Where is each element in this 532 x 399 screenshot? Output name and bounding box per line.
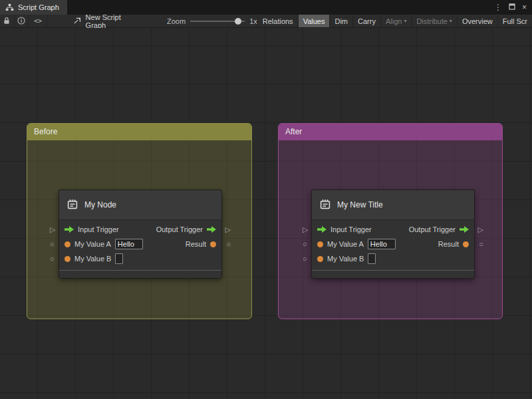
input-trigger-icon[interactable] [65, 226, 74, 233]
toolbar-buttons: Relations Values Dim Carry Align ▾ Distr… [257, 15, 532, 27]
graph-canvas[interactable]: Before My Node ▷ ▷ [0, 28, 532, 399]
align-label: Align [386, 17, 402, 25]
input-trigger-label: Input Trigger [78, 225, 119, 233]
graph-breadcrumb[interactable]: New Script Graph [65, 15, 139, 27]
output-trigger-icon[interactable] [207, 226, 216, 233]
code-icon: <> [34, 17, 42, 25]
value-b-label: My Value B [74, 255, 111, 263]
toolbar: <> New Script Graph Zoom 1x Relations Va… [0, 15, 532, 28]
fullscreen-label: Full Scr [503, 17, 527, 25]
tab-label: Script Graph [18, 3, 59, 11]
value-a-label: My Value A [74, 240, 111, 248]
group-header[interactable]: Before [27, 124, 251, 140]
lock-icon [3, 17, 11, 26]
relations-button[interactable]: Relations [257, 15, 298, 27]
zoom-label: Zoom [167, 17, 186, 25]
values-label: Values [303, 17, 325, 25]
zoom-control: Zoom 1x [167, 15, 257, 27]
values-button[interactable]: Values [298, 15, 330, 27]
port-row-value-b: ○ My Value B [65, 251, 216, 266]
port-row-value-b: ○ My Value B [317, 251, 469, 266]
input-trigger-icon[interactable] [317, 226, 327, 233]
port-row-value-a: ○ ○ My Value A Result [317, 237, 469, 251]
external-value-port-left[interactable]: ○ [303, 241, 307, 248]
value-port-icon[interactable] [317, 241, 323, 247]
node-footer [59, 270, 221, 278]
carry-label: Carry [358, 17, 376, 25]
result-port-icon[interactable] [210, 241, 216, 247]
value-port-icon[interactable] [317, 256, 323, 262]
node-ports: ▷ ▷ Input Trigger Output Trigger [312, 220, 474, 270]
distribute-button[interactable]: Distribute ▾ [411, 15, 456, 27]
tab-bar: Script Graph ⋮ × [0, 0, 532, 15]
output-trigger-label: Output Trigger [156, 225, 203, 233]
external-value-port-right[interactable]: ○ [226, 241, 231, 248]
unit-icon [66, 198, 78, 212]
value-b-input[interactable] [115, 253, 123, 264]
output-trigger-icon[interactable] [460, 226, 469, 233]
node-header[interactable]: My Node [59, 190, 221, 220]
align-button[interactable]: Align ▾ [380, 15, 411, 27]
group-after[interactable]: After My New Title ▷ ▷ [278, 123, 503, 319]
result-label: Result [186, 240, 206, 248]
chevron-down-icon: ▾ [450, 18, 452, 24]
external-trigger-port-right[interactable]: ▷ [225, 226, 231, 233]
node-my-new-title[interactable]: My New Title ▷ ▷ Input Trigger Output Tr… [311, 190, 475, 279]
value-a-input[interactable] [115, 239, 143, 249]
value-port-icon[interactable] [65, 241, 70, 247]
group-title: After [285, 127, 302, 136]
menu-kebab-icon[interactable]: ⋮ [494, 3, 502, 11]
input-trigger-label: Input Trigger [331, 225, 372, 233]
inspector-button[interactable] [15, 15, 29, 27]
node-my-node[interactable]: My Node ▷ ▷ Input Trigger Output Trigger [59, 190, 222, 279]
result-port-icon[interactable] [463, 241, 469, 247]
result-label: Result [438, 240, 459, 248]
external-value-port-left[interactable]: ○ [303, 255, 307, 263]
script-graph-icon [5, 3, 14, 11]
external-value-port-left[interactable]: ○ [50, 241, 55, 248]
node-ports: ▷ ▷ Input Trigger Output Trigger [59, 220, 221, 270]
fullscreen-button[interactable]: Full Scr [497, 15, 532, 27]
zoom-slider[interactable] [190, 15, 245, 28]
external-trigger-port-left[interactable]: ▷ [50, 226, 55, 233]
external-value-port-left[interactable]: ○ [50, 255, 55, 263]
value-b-label: My Value B [327, 255, 364, 263]
group-title: Before [34, 127, 57, 136]
close-icon[interactable]: × [522, 3, 527, 11]
node-title: My Node [84, 200, 116, 209]
zoom-slider-handle[interactable] [235, 18, 241, 25]
external-trigger-port-left[interactable]: ▷ [303, 226, 308, 233]
port-row-value-a: ○ ○ My Value A Result [65, 237, 216, 251]
carry-button[interactable]: Carry [352, 15, 380, 27]
value-a-label: My Value A [327, 240, 364, 248]
output-trigger-label: Output Trigger [409, 225, 456, 233]
chevron-down-icon: ▾ [404, 18, 406, 24]
maximize-icon[interactable] [509, 3, 515, 11]
group-before[interactable]: Before My Node ▷ ▷ [27, 123, 252, 319]
value-b-input[interactable] [368, 253, 376, 264]
node-footer [312, 270, 474, 278]
code-view-button[interactable]: <> [29, 15, 47, 27]
info-icon [17, 17, 25, 26]
external-trigger-port-right[interactable]: ▷ [478, 226, 483, 233]
overview-button[interactable]: Overview [457, 15, 497, 27]
external-value-port-right[interactable]: ○ [479, 241, 483, 248]
dim-button[interactable]: Dim [329, 15, 352, 27]
dim-label: Dim [334, 17, 348, 25]
lock-button[interactable] [0, 15, 15, 27]
value-a-input[interactable] [368, 239, 396, 249]
value-port-icon[interactable] [65, 256, 70, 262]
zoom-value: 1x [249, 17, 257, 25]
graph-asset-icon [73, 17, 82, 26]
unit-icon [319, 198, 331, 212]
port-row-triggers: ▷ ▷ Input Trigger Output Trigger [65, 222, 216, 237]
group-header[interactable]: After [279, 124, 502, 140]
window-controls: ⋮ × [494, 0, 532, 15]
node-header[interactable]: My New Title [312, 190, 474, 220]
overview-label: Overview [462, 17, 493, 25]
port-row-triggers: ▷ ▷ Input Trigger Output Trigger [317, 222, 469, 237]
distribute-label: Distribute [416, 17, 447, 25]
relations-label: Relations [263, 17, 293, 25]
tab-script-graph[interactable]: Script Graph [0, 0, 67, 15]
graph-name-label: New Script Graph [86, 13, 131, 29]
